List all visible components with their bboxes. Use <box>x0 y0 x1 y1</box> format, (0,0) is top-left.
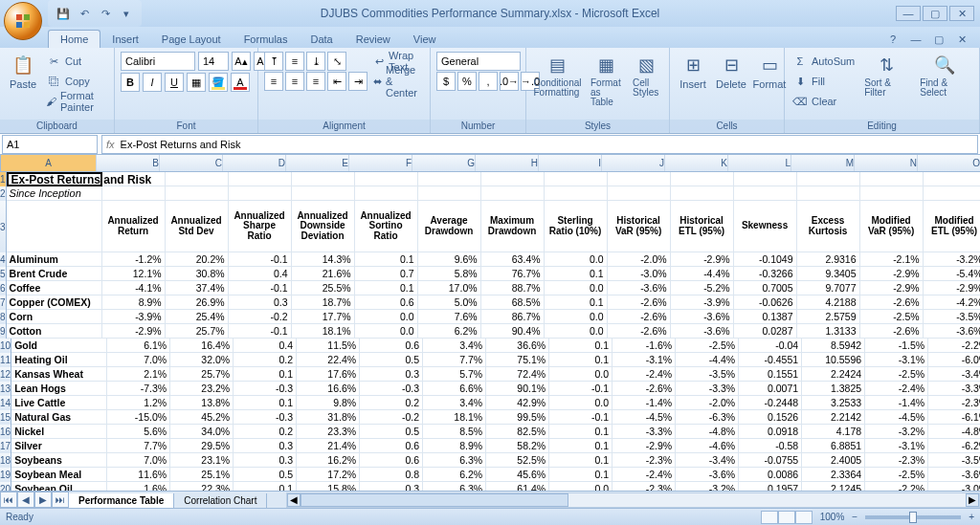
cell[interactable]: -0.0755 <box>739 453 802 468</box>
cell[interactable] <box>229 186 292 201</box>
cell[interactable]: 18.7% <box>292 295 355 310</box>
cell[interactable]: 9.6% <box>418 252 481 267</box>
cell[interactable]: 8.9% <box>102 295 166 310</box>
cell[interactable]: -3.6% <box>676 468 739 482</box>
cell[interactable]: Live Cattle <box>11 396 107 410</box>
find-select-button[interactable]: 🔍Find & Select <box>916 52 973 99</box>
cell[interactable] <box>166 186 229 201</box>
format-as-table-button[interactable]: ▦Format as Table <box>587 52 625 109</box>
cell[interactable] <box>671 186 734 201</box>
col-head-K[interactable]: K <box>665 155 728 171</box>
cell[interactable]: Corn <box>7 310 102 324</box>
cell[interactable]: -2.3% <box>612 453 676 468</box>
fill-color-icon[interactable]: 🪣 <box>209 73 228 92</box>
cell[interactable]: 22.4% <box>297 353 360 367</box>
col-head-G[interactable]: G <box>412 155 476 171</box>
cell[interactable]: 0.6 <box>360 439 423 453</box>
row-head-16[interactable]: 16 <box>0 425 11 439</box>
cell[interactable]: -2.5% <box>860 310 924 324</box>
cell[interactable]: -5.2% <box>671 281 734 295</box>
copy-button[interactable]: ⿻Copy <box>44 72 108 91</box>
border-icon[interactable]: ▦ <box>187 73 206 92</box>
sheet-nav-last-icon[interactable]: ⏭ <box>52 492 69 508</box>
cell[interactable]: -3.3% <box>676 382 739 396</box>
cell[interactable]: 2.3364 <box>802 468 865 482</box>
cell[interactable]: 0.0 <box>355 324 418 339</box>
cell[interactable]: -2.9% <box>102 324 166 339</box>
cell[interactable]: Silver <box>11 439 107 453</box>
col-head-N[interactable]: N <box>855 155 918 171</box>
cell[interactable]: -3.4% <box>928 367 980 382</box>
cell[interactable]: -2.5% <box>865 468 928 482</box>
cell[interactable]: -2.9% <box>612 439 676 453</box>
decrease-indent-icon[interactable]: ⇤ <box>327 72 346 91</box>
zoom-slider[interactable] <box>865 515 961 519</box>
increase-font-icon[interactable]: A▴ <box>232 52 251 71</box>
cell[interactable]: -2.1% <box>860 252 924 267</box>
align-bottom-icon[interactable]: ⤓ <box>306 52 325 71</box>
cell[interactable] <box>481 186 545 201</box>
cell[interactable]: 25.7% <box>170 367 234 382</box>
view-layout-icon[interactable] <box>778 511 795 524</box>
cell[interactable]: 0.7 <box>355 267 418 281</box>
maximize-button[interactable]: ▢ <box>923 6 947 21</box>
cell[interactable]: 9.8% <box>297 396 360 410</box>
close-workbook-icon[interactable]: ✕ <box>953 31 970 48</box>
currency-icon[interactable]: $ <box>436 72 456 91</box>
cell[interactable]: 2.1% <box>107 367 170 382</box>
conditional-formatting-button[interactable]: ▤Conditional Formatting <box>532 52 583 99</box>
cell[interactable]: 0.1 <box>549 468 612 482</box>
cell[interactable]: Annualized Downside Deviation <box>292 201 355 252</box>
cell[interactable]: 72.4% <box>486 367 549 382</box>
cell[interactable]: 0.5 <box>234 468 297 482</box>
cell[interactable]: 90.1% <box>486 382 549 396</box>
qat-customize-icon[interactable]: ▾ <box>119 6 134 21</box>
cell[interactable]: Lean Hogs <box>11 382 107 396</box>
cell[interactable]: 0.1 <box>549 453 612 468</box>
row-head-13[interactable]: 13 <box>0 382 11 396</box>
cell[interactable]: 8.5942 <box>802 339 865 353</box>
cell[interactable]: 2.5759 <box>797 310 860 324</box>
close-button[interactable]: ✕ <box>949 6 974 21</box>
cell[interactable]: 32.0% <box>170 353 234 367</box>
cell[interactable]: 0.0 <box>545 281 608 295</box>
cell[interactable]: 88.7% <box>481 281 545 295</box>
cell[interactable] <box>924 186 980 201</box>
col-head-C[interactable]: C <box>160 155 223 171</box>
cell[interactable]: -2.5% <box>676 339 739 353</box>
cell[interactable]: 6.8851 <box>802 439 865 453</box>
cell[interactable]: Annualized Return <box>102 201 166 252</box>
cell[interactable]: 2.2142 <box>802 410 865 425</box>
cell[interactable]: 0.2 <box>234 353 297 367</box>
cell[interactable]: 11.5% <box>297 339 360 353</box>
cell[interactable]: Cotton <box>7 324 102 339</box>
cell[interactable]: 25.7% <box>166 324 229 339</box>
cell[interactable]: 0.1526 <box>739 410 802 425</box>
cell[interactable]: 18.1% <box>292 324 355 339</box>
cell[interactable]: 17.7% <box>292 310 355 324</box>
cell[interactable]: 0.0 <box>355 310 418 324</box>
cell[interactable]: 0.4 <box>229 267 292 281</box>
cell[interactable]: 21.6% <box>292 267 355 281</box>
cell[interactable]: 1.2% <box>107 396 170 410</box>
underline-icon[interactable]: U <box>165 73 184 92</box>
cell[interactable]: 30.8% <box>166 267 229 281</box>
col-head-O[interactable]: O <box>918 155 980 171</box>
cell[interactable]: 52.5% <box>486 453 549 468</box>
cell[interactable]: 6.1% <box>107 339 170 353</box>
horizontal-scrollbar[interactable]: ◀ ▶ <box>286 492 980 508</box>
cell[interactable]: 16.4% <box>170 339 234 353</box>
cell[interactable]: -2.6% <box>608 295 671 310</box>
cell[interactable]: 0.1 <box>549 353 612 367</box>
cell[interactable] <box>481 172 545 186</box>
cell[interactable]: 0.1 <box>234 367 297 382</box>
cell[interactable]: Ex-Post Returns and Risk <box>7 172 102 186</box>
cell[interactable]: Natural Gas <box>11 410 107 425</box>
cell[interactable] <box>608 172 671 186</box>
cell[interactable]: 0.4 <box>234 339 297 353</box>
cell[interactable]: 7.0% <box>107 453 170 468</box>
cell[interactable]: 3.2533 <box>802 396 865 410</box>
cell[interactable]: -0.2 <box>360 410 423 425</box>
cell[interactable]: 23.1% <box>170 453 234 468</box>
cell[interactable]: -0.4551 <box>739 353 802 367</box>
